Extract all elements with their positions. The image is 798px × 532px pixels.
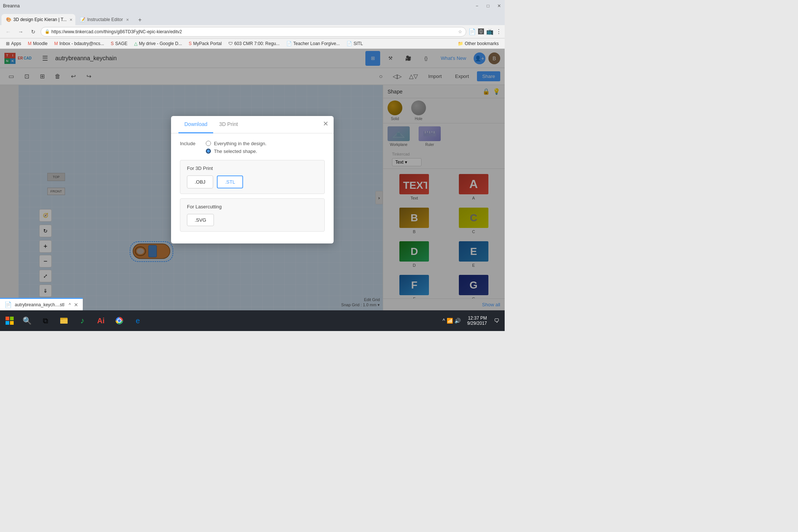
taskbar-explorer[interactable]: [56, 313, 72, 328]
radio-input-everything[interactable]: [206, 141, 211, 146]
bookmark-star-icon[interactable]: ☆: [458, 29, 462, 34]
radio-label-selected: The selected shape.: [214, 149, 257, 154]
refresh-button[interactable]: ↻: [28, 27, 38, 37]
tab-favicon-1: 🎨: [6, 17, 11, 22]
svg-rect-16: [10, 317, 14, 320]
modal-overlay[interactable]: Download 3D Print ✕ Include Everything i…: [0, 49, 505, 310]
svg-rect-20: [60, 319, 68, 324]
window-controls: − □ ✕: [473, 2, 503, 10]
download-close-button[interactable]: ✕: [74, 302, 78, 308]
radio-selected[interactable]: The selected shape.: [206, 149, 266, 154]
603-label: 603 CMR 7:00: Regu...: [234, 41, 280, 46]
doc2-icon: 📄: [347, 41, 352, 46]
bookmark-teacher[interactable]: 📄 Teacher Loan Forgive...: [284, 40, 342, 47]
bookmark-moodle[interactable]: M Moodle: [25, 40, 50, 47]
sage-label: SAGE: [115, 41, 127, 46]
bookmark-drive[interactable]: △ My drive - Google D...: [132, 40, 184, 47]
tab-close-2[interactable]: ✕: [126, 18, 129, 22]
radio-label-everything: Everything in the design.: [214, 141, 266, 146]
title-bar-user: Breanna: [1, 3, 20, 8]
tab-label-1: 3D design Epic Kieran | T...: [13, 17, 66, 22]
tray-icons: ^ 📶 🔊: [440, 318, 463, 324]
modal-tabs: Download 3D Print: [171, 116, 334, 133]
inbox-icon: M: [54, 41, 58, 46]
minimize-button[interactable]: −: [473, 2, 481, 10]
bookmark-sitl[interactable]: 📄 SITL: [344, 40, 365, 47]
taskbar-taskview[interactable]: ⧉: [38, 313, 53, 328]
radio-group: Everything in the design. The selected s…: [203, 141, 266, 154]
svg-rect-18: [10, 321, 14, 325]
svg-point-24: [118, 319, 121, 322]
forward-button[interactable]: →: [16, 27, 26, 37]
svg-rect-15: [6, 317, 9, 320]
close-button[interactable]: ✕: [495, 2, 503, 10]
tab-favicon-2: 📝: [80, 17, 85, 22]
clock-section[interactable]: 12:37 PM 9/29/2017: [464, 316, 490, 326]
download-indicator: 📄 autrybreanna_keych....stl ^ ✕: [0, 298, 83, 310]
tray-volume-icon[interactable]: 🔊: [454, 318, 461, 324]
bookmark-mypack[interactable]: S MyPack Portal: [187, 40, 224, 47]
maximize-button[interactable]: □: [484, 2, 492, 10]
taskbar-tray: ^ 📶 🔊 12:37 PM 9/29/2017 🗨: [440, 316, 502, 326]
bookmark-inbox[interactable]: M Inbox - bdautry@ncs...: [52, 40, 106, 47]
adobe-icon: Ai: [95, 315, 106, 326]
new-tab-button[interactable]: +: [135, 15, 145, 25]
drive-icon: △: [134, 41, 137, 46]
tray-network-icon[interactable]: 📶: [447, 318, 453, 324]
sage-icon: S: [111, 41, 114, 46]
obj-button[interactable]: .OBJ: [187, 175, 213, 188]
modal-body: Include Everything in the design. The se…: [171, 133, 334, 243]
doc1-icon: 📄: [286, 41, 292, 46]
3d-print-tab[interactable]: 3D Print: [213, 116, 244, 133]
include-section: Include Everything in the design. The se…: [180, 141, 325, 154]
taskbar-adobe[interactable]: Ai: [93, 313, 109, 328]
download-chevron-icon[interactable]: ^: [69, 302, 71, 307]
address-bar[interactable]: 🔒 https://www.tinkercad.com/things/gB6TD…: [41, 27, 466, 37]
mypack-label: MyPack Portal: [193, 41, 222, 46]
nav-bar: ← → ↻ 🔒 https://www.tinkercad.com/things…: [0, 25, 505, 38]
taskbar: 🔍 ⧉ ♪ Ai: [0, 310, 505, 331]
3d-print-section: For 3D Print .OBJ .STL: [180, 160, 325, 194]
bookmark-sage[interactable]: S SAGE: [109, 40, 130, 47]
office-icon[interactable]: 🅾: [478, 28, 484, 35]
pdf-icon[interactable]: 📄: [468, 28, 476, 35]
title-bar: Breanna − □ ✕: [0, 0, 505, 12]
bookmark-603cmr[interactable]: 🛡 603 CMR 7:00: Regu...: [226, 40, 282, 47]
radio-everything[interactable]: Everything in the design.: [206, 141, 266, 146]
tab-2[interactable]: 📝 Instructable Editor ✕: [75, 14, 133, 25]
apps-icon: ⊞: [6, 41, 10, 46]
explorer-icon: [58, 315, 69, 326]
taskview-icon: ⧉: [40, 315, 51, 326]
lasercutting-title: For Lasercutting: [187, 204, 318, 209]
back-button[interactable]: ←: [3, 27, 13, 37]
folder-icon: 📁: [458, 41, 463, 46]
format-buttons-laser: .SVG: [187, 214, 318, 226]
radio-input-selected[interactable]: [206, 149, 211, 154]
cast-icon[interactable]: 📺: [486, 28, 494, 35]
taskbar-search[interactable]: 🔍: [19, 313, 35, 328]
tray-up-icon[interactable]: ^: [443, 318, 445, 324]
include-row: Include Everything in the design. The se…: [180, 141, 325, 154]
svg-button[interactable]: .SVG: [187, 214, 214, 226]
start-button[interactable]: [3, 314, 16, 327]
inbox-label: Inbox - bdautry@ncs...: [59, 41, 104, 46]
edge-icon: e: [132, 315, 143, 326]
notification-button[interactable]: 🗨: [491, 316, 502, 326]
teacher-label: Teacher Loan Forgive...: [293, 41, 340, 46]
tab-active[interactable]: 🎨 3D design Epic Kieran | T... ✕: [1, 14, 75, 25]
chrome-menu-icon[interactable]: ⋮: [496, 28, 502, 35]
address-text: https://www.tinkercad.com/things/gB6TD3F…: [51, 29, 455, 34]
format-buttons-3d: .OBJ .STL: [187, 175, 318, 188]
taskbar-spotify[interactable]: ♪: [75, 313, 90, 328]
taskbar-chrome[interactable]: [112, 313, 127, 328]
modal-close-button[interactable]: ✕: [323, 120, 328, 127]
tab-close-1[interactable]: ✕: [69, 18, 72, 22]
lasercutting-section: For Lasercutting .SVG: [180, 198, 325, 232]
bookmark-other[interactable]: 📁 Other bookmarks: [456, 40, 501, 47]
download-modal: Download 3D Print ✕ Include Everything i…: [171, 116, 334, 243]
taskbar-edge[interactable]: e: [130, 313, 146, 328]
other-label: Other bookmarks: [465, 41, 499, 46]
bookmark-apps[interactable]: ⊞ Apps: [4, 40, 23, 47]
download-tab[interactable]: Download: [178, 116, 213, 133]
stl-button[interactable]: .STL: [217, 175, 243, 188]
